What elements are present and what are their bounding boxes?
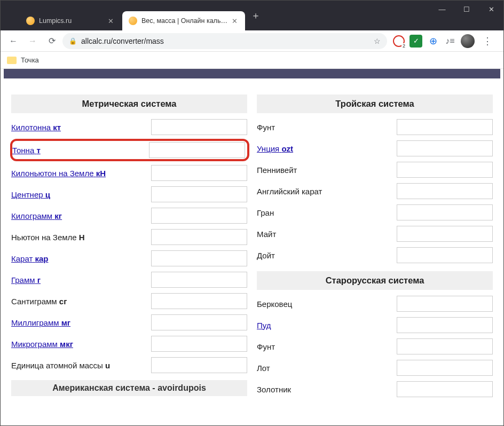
unit-link[interactable]: Карат кар (11, 254, 49, 263)
page-content: Метрическая система Килотонна ктТонна тК… (1, 69, 503, 425)
maximize-button[interactable]: ☐ (454, 1, 479, 18)
unit-input[interactable] (397, 162, 493, 178)
unit-link[interactable]: Миллиграмм мг (11, 318, 70, 327)
bookmark-item[interactable]: Точка (21, 56, 39, 64)
unit-label: Лот (257, 364, 397, 373)
unit-label: Килоньютон на Земле кН (11, 169, 151, 178)
unit-label: Грамм г (11, 275, 151, 285)
unit-row: Сантиграмм сг (11, 290, 247, 312)
unit-input[interactable] (151, 165, 247, 181)
unit-input[interactable] (397, 360, 493, 376)
profile-avatar[interactable] (461, 34, 475, 48)
tab-lumpics[interactable]: Lumpics.ru ✕ (20, 11, 121, 30)
site-header-band (4, 69, 500, 78)
unit-input[interactable] (151, 229, 247, 245)
tab-label: Вес, масса | Онлайн калькулятор (141, 17, 230, 25)
window-controls: — ☐ ✕ (430, 1, 503, 30)
close-icon[interactable]: ✕ (106, 17, 115, 25)
section-header-american-partial: Американская система - avoirdupois (11, 380, 247, 396)
unit-link[interactable]: Пуд (257, 321, 271, 330)
unit-link[interactable]: Килоньютон на Земле кН (11, 169, 106, 178)
extension-opera-icon[interactable] (392, 35, 405, 48)
unit-input[interactable] (397, 247, 493, 263)
bookmark-star-icon[interactable]: ☆ (374, 37, 381, 45)
translate-icon[interactable]: ⊕ (427, 35, 439, 48)
unit-input[interactable] (397, 296, 493, 312)
unit-row: Пуд (257, 314, 493, 336)
url-text: allcalc.ru/converter/mass (81, 37, 369, 45)
unit-input[interactable] (151, 272, 247, 288)
lock-icon: 🔒 (69, 37, 77, 45)
unit-row: Фунт (257, 116, 493, 138)
unit-input[interactable] (151, 293, 247, 309)
unit-input[interactable] (397, 226, 493, 242)
unit-input[interactable] (397, 183, 493, 199)
tab-allcalc[interactable]: Вес, масса | Онлайн калькулятор ✕ (122, 11, 245, 30)
unit-link[interactable]: Микрограмм мкг (11, 340, 73, 349)
unit-label: Микрограмм мкг (11, 340, 151, 349)
unit-input[interactable] (151, 336, 247, 352)
title-bar: Lumpics.ru ✕ Вес, масса | Онлайн калькул… (1, 1, 503, 30)
metric-rows: Килотонна ктТонна тКилоньютон на Земле к… (11, 116, 247, 376)
unit-label: Ньютон на Земле Н (11, 233, 151, 242)
unit-label: Килограмм кг (11, 211, 151, 220)
unit-row: Миллиграмм мг (11, 312, 247, 333)
favicon-icon (26, 17, 35, 25)
section-header-metric: Метрическая система (11, 94, 247, 113)
unit-link[interactable]: Килотонна кт (11, 123, 61, 132)
unit-link[interactable]: Унция ozt (257, 144, 293, 153)
unit-row: Английский карат (257, 180, 493, 202)
page-scroll[interactable]: Метрическая система Килотонна ктТонна тК… (1, 69, 503, 425)
unit-link[interactable]: Центнер ц (11, 190, 50, 199)
tab-strip: Lumpics.ru ✕ Вес, масса | Онлайн калькул… (1, 1, 430, 30)
minimize-button[interactable]: — (430, 1, 454, 18)
unit-label: Центнер ц (11, 190, 151, 199)
unit-row: Ньютон на Земле Н (11, 226, 247, 248)
menu-button[interactable]: ⋮ (479, 35, 496, 47)
forward-button[interactable]: → (24, 33, 41, 50)
unit-input[interactable] (151, 357, 247, 373)
extension-check-icon[interactable]: ✓ (410, 35, 422, 48)
unit-input[interactable] (397, 140, 493, 156)
unit-input[interactable] (151, 314, 247, 330)
unit-row: Майт (257, 223, 493, 244)
unit-input[interactable] (151, 186, 247, 202)
column-right: Тройская системаФунтУнция oztПеннивейтАн… (257, 94, 493, 400)
new-tab-button[interactable]: ＋ (248, 9, 263, 22)
unit-row: Микрограмм мкг (11, 333, 247, 354)
unit-input[interactable] (151, 250, 247, 266)
unit-input[interactable] (149, 142, 245, 158)
unit-label: Золотник (257, 385, 397, 394)
reload-button[interactable]: ⟳ (43, 33, 60, 50)
unit-label: Пеннивейт (257, 165, 397, 175)
rows-group: БерковецПудФунтЛотЗолотник (257, 293, 493, 400)
unit-link[interactable]: Килограмм кг (11, 211, 62, 220)
unit-label: Английский карат (257, 187, 397, 196)
unit-row: Килограмм кг (11, 205, 247, 226)
back-button[interactable]: ← (5, 33, 22, 50)
unit-link[interactable]: Тонна т (12, 146, 41, 155)
unit-row: Гран (257, 202, 493, 223)
unit-label: Унция ozt (257, 144, 397, 153)
unit-input[interactable] (151, 208, 247, 224)
extensions: ✓ ⊕ ♪≡ ⋮ (389, 34, 499, 48)
unit-input[interactable] (397, 204, 493, 220)
close-icon[interactable]: ✕ (230, 17, 239, 25)
unit-input[interactable] (397, 119, 493, 135)
unit-row: Фунт (257, 336, 493, 357)
unit-link[interactable]: Грамм г (11, 275, 41, 285)
unit-input[interactable] (397, 317, 493, 333)
unit-row: Грамм г (11, 269, 247, 290)
converter-columns: Метрическая система Килотонна ктТонна тК… (1, 94, 503, 400)
column-metric: Метрическая система Килотонна ктТонна тК… (11, 94, 247, 400)
unit-input[interactable] (397, 381, 493, 397)
close-window-button[interactable]: ✕ (479, 1, 503, 18)
address-bar[interactable]: 🔒 allcalc.ru/converter/mass ☆ (62, 33, 387, 49)
unit-label: Килотонна кт (11, 123, 151, 132)
media-control-icon[interactable]: ♪≡ (444, 35, 456, 48)
unit-input[interactable] (397, 338, 493, 354)
rows-group: ФунтУнция oztПеннивейтАнглийский каратГр… (257, 116, 493, 266)
unit-label: Фунт (257, 342, 397, 351)
unit-row: Дойт (257, 244, 493, 266)
unit-input[interactable] (151, 119, 247, 135)
